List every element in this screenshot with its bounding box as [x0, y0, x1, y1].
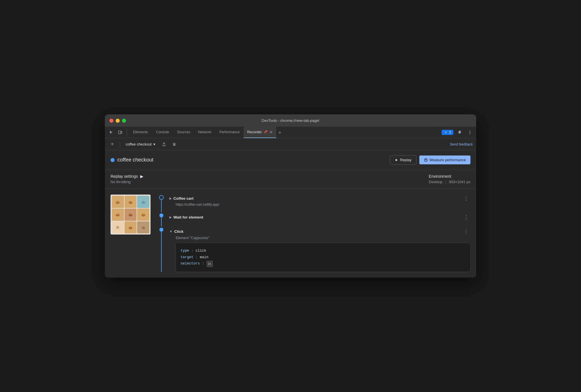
- coffee-grid: [111, 195, 151, 235]
- coffee-item-4: [112, 209, 124, 221]
- replay-settings-left: Replay settings ▶ No throttling: [111, 174, 143, 184]
- coffee-item-2: [125, 196, 137, 208]
- step-3-code-block: type : click target : main selectors :: [176, 243, 470, 272]
- recorder-close-icon[interactable]: ✕: [269, 130, 273, 134]
- export-recording-button[interactable]: [160, 140, 168, 148]
- step-header-1: ▶ Coffee cart ⋮: [169, 195, 470, 202]
- step-node-3: [159, 228, 163, 232]
- code-line-selectors: selectors :: [181, 260, 466, 267]
- recording-header-actions: Replay Measure performance: [390, 155, 470, 165]
- issues-badge[interactable]: 3: [442, 130, 453, 135]
- title-bar: DevTools - chrome://new-tab-page/: [105, 114, 476, 127]
- step-header-3: ▼ Click ⋮: [169, 228, 470, 235]
- coffee-item-8: [125, 221, 137, 234]
- replay-settings-title[interactable]: Replay settings ▶: [111, 174, 143, 179]
- svg-marker-27: [209, 263, 210, 265]
- add-recording-button[interactable]: +: [108, 140, 116, 148]
- svg-rect-26: [143, 226, 144, 228]
- svg-point-3: [470, 130, 470, 131]
- measure-performance-button[interactable]: Measure performance: [419, 155, 470, 164]
- timeline-line-1: [161, 200, 162, 212]
- step-content-3: ▼ Click ⋮ Element "Cappucino" type : cli…: [167, 227, 470, 272]
- tab-elements[interactable]: Elements: [129, 127, 152, 138]
- step-2-expand-icon: ▶: [169, 215, 172, 219]
- svg-marker-6: [396, 159, 398, 161]
- minimize-traffic-light[interactable]: [116, 119, 120, 123]
- delete-recording-button[interactable]: [170, 140, 178, 148]
- devtools-tabs: Elements Console Sources Network Perform…: [105, 127, 476, 138]
- recording-selector[interactable]: coffee checkout ▾: [123, 141, 158, 147]
- step-1-more-button[interactable]: ⋮: [462, 195, 470, 202]
- window-title: DevTools - chrome://new-tab-page/: [262, 118, 319, 123]
- maximize-traffic-light[interactable]: [122, 119, 126, 123]
- step-node-1: [159, 195, 164, 200]
- selectors-picker-button[interactable]: [207, 261, 213, 267]
- svg-rect-18: [129, 214, 131, 215]
- step-title-2[interactable]: ▶ Wait for element: [169, 215, 203, 219]
- step-title-3[interactable]: ▼ Click: [169, 229, 183, 234]
- replay-throttling-label: No throttling: [111, 180, 143, 184]
- device-icon[interactable]: [116, 128, 124, 136]
- dropdown-icon: ▾: [153, 142, 155, 146]
- environment-value: Desktop | 893×1041 px: [429, 180, 470, 184]
- svg-rect-12: [129, 201, 131, 203]
- svg-rect-1: [121, 132, 122, 133]
- svg-rect-21: [144, 214, 145, 215]
- step-3-name: Click: [174, 229, 183, 234]
- recording-header: coffee checkout Replay Measure performan…: [105, 151, 476, 169]
- thumbnail-area: [111, 195, 151, 272]
- tab-recorder[interactable]: Recorder 📌 ✕: [244, 127, 276, 138]
- recorder-toolbar: + coffee checkout ▾ Send feedback: [105, 138, 476, 151]
- coffee-item-3: [137, 196, 149, 208]
- step-3-more-button[interactable]: ⋮: [462, 228, 470, 235]
- tab-right-actions: 3: [442, 128, 474, 136]
- timeline-line-3: [161, 232, 162, 272]
- step-content-2: ▶ Wait for element ⋮: [167, 212, 470, 227]
- step-3-detail: Element "Cappucino": [176, 236, 470, 240]
- environment-title: Environment: [429, 174, 470, 179]
- tab-network[interactable]: Network: [194, 127, 215, 138]
- toolbar-divider: [120, 142, 120, 147]
- step-2-more-button[interactable]: ⋮: [462, 213, 470, 221]
- recorder-pin-icon: 📌: [264, 130, 268, 134]
- step-1-expand-icon: ▶: [169, 197, 172, 200]
- svg-point-4: [470, 132, 470, 133]
- code-line-type: type : click: [181, 248, 466, 254]
- replay-settings-section: Replay settings ▶ No throttling Environm…: [105, 169, 476, 189]
- coffee-item-6: [137, 209, 149, 221]
- svg-rect-10: [118, 201, 119, 203]
- coffee-item-1: [112, 196, 124, 208]
- timeline-col-3: [156, 227, 167, 272]
- devtools-window: DevTools - chrome://new-tab-page/ Elemen…: [105, 114, 476, 278]
- timeline-line-2: [161, 217, 162, 227]
- tab-icon-group: [107, 128, 127, 136]
- coffee-item-9: [137, 221, 149, 234]
- step-header-2: ▶ Wait for element ⋮: [169, 213, 470, 221]
- tab-performance[interactable]: Performance: [215, 127, 244, 138]
- tabs-list: Elements Console Sources Network Perform…: [129, 127, 442, 138]
- more-tabs-button[interactable]: »: [276, 128, 283, 137]
- step-node-2: [159, 213, 163, 217]
- code-line-target: target : main: [181, 254, 466, 261]
- kebab-menu-icon[interactable]: [466, 128, 474, 136]
- step-wait: ▶ Wait for element ⋮: [156, 212, 470, 227]
- coffee-item-7: [112, 221, 124, 234]
- close-traffic-light[interactable]: [109, 119, 113, 123]
- step-title-1[interactable]: ▶ Coffee cart: [169, 196, 194, 201]
- step-click: ▼ Click ⋮ Element "Cappucino" type : cli…: [156, 227, 470, 272]
- tab-sources[interactable]: Sources: [173, 127, 194, 138]
- cursor-icon[interactable]: [107, 128, 115, 136]
- send-feedback-link[interactable]: Send feedback: [450, 142, 473, 146]
- steps-area: ▶ Coffee cart ⋮ https://coffee-cart.netl…: [105, 189, 476, 278]
- step-1-name: Coffee cart: [173, 196, 194, 201]
- steps-list: ▶ Coffee cart ⋮ https://coffee-cart.netl…: [156, 195, 470, 272]
- expand-icon: ▶: [140, 174, 143, 179]
- svg-rect-16: [117, 214, 119, 215]
- settings-icon[interactable]: [456, 128, 464, 136]
- replay-button[interactable]: Replay: [390, 155, 416, 165]
- replay-settings-right: Environment Desktop | 893×1041 px: [429, 174, 470, 184]
- tab-console[interactable]: Console: [152, 127, 173, 138]
- svg-rect-24: [129, 226, 131, 228]
- svg-point-5: [470, 133, 470, 134]
- recording-title: coffee checkout: [117, 157, 153, 163]
